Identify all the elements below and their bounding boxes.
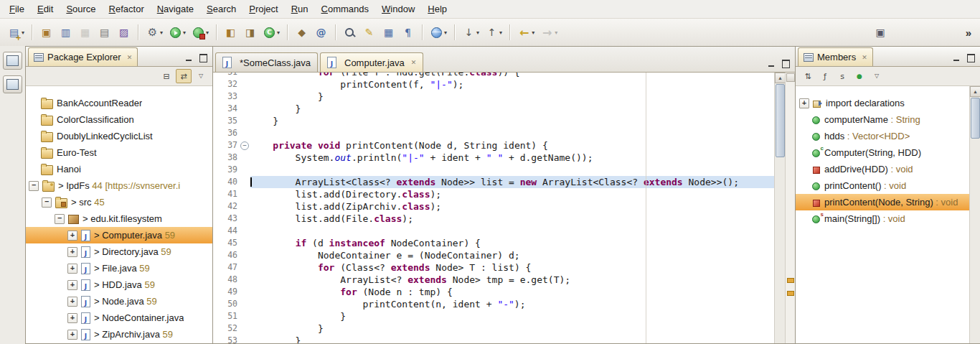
member-item[interactable]: printContent() : void [796, 177, 970, 194]
code-line[interactable]: 51 } [213, 310, 774, 322]
tree-expander-minus-icon[interactable]: − [55, 214, 65, 224]
tree-expander-plus-icon[interactable]: + [67, 231, 77, 241]
menu-project[interactable]: Project [242, 1, 284, 17]
dropdown-arrow-icon[interactable]: ▾ [555, 29, 557, 36]
print-button[interactable] [95, 22, 113, 43]
overview-ruler-corner-icon[interactable] [786, 73, 795, 82]
dropdown-arrow-icon[interactable]: ▾ [277, 29, 280, 36]
tree-item[interactable]: +> HDD.java 59 [26, 276, 213, 293]
menu-navigate[interactable]: Navigate [151, 1, 200, 17]
scrollbar-up-arrow-icon[interactable] [970, 86, 980, 97]
package-explorer-close-icon[interactable] [127, 54, 133, 61]
minimize-button[interactable] [951, 53, 961, 62]
tree-expander-plus-icon[interactable]: + [67, 297, 77, 307]
tab-close-icon[interactable] [411, 59, 417, 66]
editor-body[interactable]: 31 for (File f : hdd.get(File.class)) {3… [213, 73, 796, 343]
overview-ruler[interactable] [785, 73, 796, 343]
view-menu-button[interactable]: ▽ [193, 69, 209, 83]
editor-tab[interactable]: *SomeClass.java [215, 52, 318, 72]
scrollbar-thumb[interactable] [971, 98, 980, 139]
scrollbar-thumb[interactable] [776, 84, 785, 157]
new-wizard-button[interactable]: ▾ [5, 22, 27, 43]
search-button[interactable] [341, 22, 359, 43]
fast-view-button-1[interactable] [3, 52, 22, 70]
hide-non-public-button[interactable]: ● [852, 69, 867, 83]
member-item[interactable]: computerName : String [796, 111, 970, 128]
code-line[interactable]: 49 for (Node n : tmp) { [213, 286, 774, 298]
tree-expander-minus-icon[interactable]: − [42, 197, 52, 208]
collapse-all-button[interactable]: ⊟ [159, 69, 174, 83]
new-java-project-button[interactable] [222, 22, 240, 43]
menu-source[interactable]: Source [60, 1, 102, 17]
web-browser-button[interactable]: ▾ [428, 22, 449, 43]
tree-item[interactable]: BankAccountReader [26, 95, 213, 111]
code-line[interactable]: 35 } [213, 115, 774, 127]
tree-item[interactable]: +> Directory.java 59 [26, 243, 213, 260]
member-item[interactable]: addDrive(HDD) : void [796, 161, 970, 177]
code-line[interactable]: 31 for (File f : hdd.get(File.class)) { [213, 73, 774, 78]
tree-item[interactable]: +> File.java 59 [26, 260, 213, 276]
code-line[interactable]: 52 } [213, 322, 774, 335]
member-expander-plus-icon[interactable]: + [799, 98, 809, 108]
maximize-button[interactable] [781, 59, 791, 68]
dropdown-arrow-icon[interactable]: ▾ [22, 29, 24, 36]
tree-expander-plus-icon[interactable]: + [67, 330, 77, 340]
toolbar-overflow-chevron[interactable]: » [961, 27, 976, 39]
code-line[interactable]: 43 list.add(File.class); [213, 213, 774, 225]
show-whitespace-button[interactable] [399, 22, 417, 43]
editor-scrollbar[interactable] [774, 73, 786, 343]
hide-static-button[interactable]: s [834, 69, 850, 83]
dropdown-arrow-icon[interactable]: ▾ [206, 29, 209, 36]
tree-item[interactable]: Euro-Test [26, 144, 213, 161]
tree-item[interactable]: +> Computer.java 59 [26, 227, 213, 243]
new-class-button[interactable]: ▾ [260, 22, 282, 43]
package-explorer-tab[interactable]: Package Explorer [28, 47, 138, 66]
tree-item[interactable]: −> src 45 [26, 194, 213, 210]
member-item[interactable]: smain(String[]) : void [796, 210, 970, 227]
javadoc-button[interactable] [312, 22, 330, 43]
menu-window[interactable]: Window [375, 1, 421, 17]
build-button[interactable] [115, 22, 133, 43]
code-line[interactable]: 34 } [213, 103, 774, 115]
code-line[interactable]: 38 System.out.println("|-" + ident + " "… [213, 152, 774, 164]
member-item[interactable]: hdds : Vector<HDD> [796, 128, 970, 144]
maximize-button[interactable] [966, 53, 976, 62]
members-close-icon[interactable] [862, 54, 867, 61]
tree-item[interactable]: +> Node.java 59 [26, 293, 213, 310]
back-button[interactable]: ▾ [515, 22, 537, 43]
dropdown-arrow-icon[interactable]: ▾ [532, 29, 534, 36]
menu-commands[interactable]: Commands [315, 1, 375, 17]
prev-annotation-button[interactable]: ▾ [483, 22, 504, 43]
tree-expander-plus-icon[interactable]: + [67, 280, 77, 290]
fast-view-button-2[interactable] [3, 75, 22, 93]
view-menu-button[interactable]: ▽ [869, 69, 885, 83]
tree-item[interactable]: +> ZipArchiv.java 59 [26, 326, 213, 343]
code-line[interactable]: 41 list.add(Directory.class); [213, 188, 774, 200]
next-annotation-button[interactable]: ▾ [460, 22, 481, 43]
dropdown-arrow-icon[interactable]: ▾ [183, 29, 186, 36]
menu-file[interactable]: File [3, 1, 31, 17]
code-line[interactable]: 50 printContent(n, ident + "-"); [213, 298, 774, 310]
dropdown-arrow-icon[interactable]: ▾ [499, 29, 502, 36]
code-line[interactable]: 32 printContent(f, "|-"); [213, 78, 774, 90]
code-line[interactable]: 45 if (d instanceof NodeContainer) { [213, 237, 774, 249]
tree-item[interactable]: Hanoi [26, 161, 213, 177]
run-button[interactable]: ▾ [166, 22, 188, 43]
menu-refactor[interactable]: Refactor [103, 1, 151, 17]
member-item[interactable]: cComputer(String, HDD) [796, 144, 970, 161]
hide-fields-button[interactable]: ƒ [817, 69, 833, 83]
tree-expander-minus-icon[interactable]: − [29, 181, 39, 191]
tree-item[interactable]: ColorClassification [26, 111, 213, 128]
perspective-button[interactable] [872, 22, 890, 43]
menu-edit[interactable]: Edit [31, 1, 60, 17]
code-line[interactable]: 46 NodeContainer e = (NodeContainer) d; [213, 249, 774, 261]
member-item[interactable]: +import declarations [796, 95, 970, 111]
sort-button[interactable]: ⇅ [800, 69, 816, 83]
tree-item[interactable]: DoublyLinkedCyclicList [26, 128, 213, 144]
tree-item[interactable]: −> edu.kit.filesystem [26, 210, 213, 227]
external-tools-button[interactable]: ▾ [189, 22, 211, 43]
dropdown-arrow-icon[interactable]: ▾ [444, 29, 447, 36]
tree-item[interactable]: +> NodeContainer.java [26, 310, 213, 326]
code-line[interactable]: 48 ArrayList<? extends Node> tmp = e.get… [213, 274, 774, 286]
tree-expander-plus-icon[interactable]: + [67, 313, 77, 323]
